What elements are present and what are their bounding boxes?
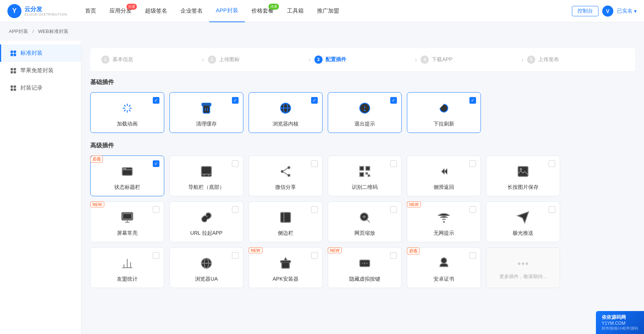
control-panel-button[interactable]: 控制台 xyxy=(572,6,599,16)
plugin-card-13[interactable]: 浏览器UA xyxy=(169,247,243,288)
plugin-card-15[interactable]: NEW隐藏虚拟按键 xyxy=(328,247,402,288)
nav-item-价格套餐[interactable]: 价格套餐优惠 xyxy=(245,0,280,22)
plugin-checkbox-13[interactable] xyxy=(232,252,239,259)
svg-rect-39 xyxy=(368,175,370,177)
svg-point-69 xyxy=(526,263,528,265)
plugin-checkbox-1[interactable] xyxy=(232,97,239,104)
avatar[interactable]: V xyxy=(602,6,613,17)
plugin-checkbox-0[interactable] xyxy=(153,160,159,167)
header-right: 控制台 V 已实名 ▾ xyxy=(572,6,637,17)
step-label-4: 上传发布 xyxy=(538,56,559,63)
plugin-checkbox-16[interactable] xyxy=(469,252,476,259)
breadcrumb-sep: / xyxy=(33,29,34,34)
plugin-checkbox-7[interactable] xyxy=(232,206,239,213)
step-2[interactable]: 3配置插件 xyxy=(314,56,411,64)
plugin-card-8[interactable]: 侧边栏 xyxy=(249,201,323,242)
plugin-checkbox-2[interactable] xyxy=(311,97,318,104)
logo-cn: 云分发 xyxy=(24,6,67,13)
svg-line-33 xyxy=(283,168,288,171)
plugin-card-6[interactable]: NEW屏幕常亮 xyxy=(90,201,164,242)
plugin-card-2[interactable]: 微信分享 xyxy=(249,156,323,196)
plugin-checkbox-11[interactable] xyxy=(549,206,555,213)
plugin-card-16[interactable]: 必选安卓证书 xyxy=(407,247,481,288)
plugin-checkbox-14[interactable] xyxy=(311,252,318,259)
plugin-name-4: 下拉刷新 xyxy=(434,121,454,127)
nav-item-首页[interactable]: 首页 xyxy=(78,0,103,22)
plugin-name-1: 清理缓存 xyxy=(196,121,217,127)
step-label-0: 基本信息 xyxy=(112,56,133,63)
plugin-name-13: 浏览器UA xyxy=(195,276,218,283)
plugin-card-4[interactable]: 下拉刷新 xyxy=(407,92,481,133)
plugin-card-4[interactable]: 侧滑返回 xyxy=(407,156,481,196)
nav-item-超级签名[interactable]: 超级签名 xyxy=(138,0,174,22)
sidebar-item-2[interactable]: 封装记录 xyxy=(0,79,81,97)
nav-item-工具箱[interactable]: 工具箱 xyxy=(280,0,310,22)
sidebar-item-1[interactable]: 苹果免签封装 xyxy=(0,62,81,79)
svg-rect-6 xyxy=(11,71,13,73)
plugin-card-0[interactable]: 加载动画 xyxy=(90,92,164,133)
svg-point-21 xyxy=(364,110,365,111)
plugin-card-5[interactable]: 长按图片保存 xyxy=(486,156,560,196)
plugin-checkbox-2[interactable] xyxy=(311,160,318,167)
svg-point-24 xyxy=(124,168,124,169)
plugin-checkbox-10[interactable] xyxy=(469,206,476,213)
plugin-name-15: 隐藏虚拟按键 xyxy=(349,276,380,283)
plugin-checkbox-12[interactable] xyxy=(153,252,159,259)
plugin-card-12[interactable]: 友盟统计 xyxy=(90,247,164,288)
step-0[interactable]: 1基本信息 xyxy=(101,56,198,64)
plugin-card-2[interactable]: 浏览器内核 xyxy=(249,92,323,133)
basic-plugins-section: 基础插件 加载动画清理缓存浏览器内核退出提示下拉刷新 xyxy=(90,79,635,133)
plugin-card-1[interactable]: 导航栏（底部） xyxy=(169,156,243,196)
plugin-checkbox-3[interactable] xyxy=(390,160,397,167)
nav-item-推广加盟[interactable]: 推广加盟 xyxy=(310,0,346,22)
plugin-card-10[interactable]: NEW无网提示 xyxy=(407,201,481,242)
step-label-1: 上传图标 xyxy=(219,56,240,63)
plugin-card-0[interactable]: 必选状态标题栏 xyxy=(90,156,164,196)
step-arrow-0: › xyxy=(202,56,204,64)
svg-rect-11 xyxy=(14,88,16,90)
plugin-checkbox-8[interactable] xyxy=(311,206,318,213)
plugin-card-7[interactable]: URL 拉起APP xyxy=(169,201,243,242)
plugin-checkbox-5[interactable] xyxy=(549,160,555,167)
nav-item-应用分发[interactable]: 应用分发分发 xyxy=(103,0,138,22)
nav-menu: 首页应用分发分发超级签名企业签名APP封装价格套餐优惠工具箱推广加盟 xyxy=(78,0,572,22)
step-3[interactable]: 4下载APP xyxy=(421,56,517,64)
plugin-checkbox-1[interactable] xyxy=(232,160,239,167)
step-1[interactable]: 2上传图标 xyxy=(208,56,305,64)
breadcrumb-parent[interactable]: APP封装 xyxy=(9,29,28,34)
step-4[interactable]: 5上传发布 xyxy=(527,56,624,64)
plugin-card-3[interactable]: 识别二维码 xyxy=(328,156,402,196)
plugin-card-14[interactable]: NEWAPK安装器 xyxy=(249,247,323,288)
step-label-2: 配置插件 xyxy=(326,56,346,63)
plugin-checkbox-6[interactable] xyxy=(153,206,159,213)
plugin-checkbox-0[interactable] xyxy=(153,97,159,104)
nav-item-APP封装[interactable]: APP封装 xyxy=(209,0,245,22)
plugin-card-1[interactable]: 清理缓存 xyxy=(169,92,243,133)
plugin-checkbox-3[interactable] xyxy=(390,97,397,104)
plugin-icon-12 xyxy=(118,254,136,272)
plugin-checkbox-4[interactable] xyxy=(469,160,476,167)
plugin-name-3: 退出提示 xyxy=(354,121,375,127)
plugin-name-5: 长按图片保存 xyxy=(508,184,539,191)
plugin-checkbox-15[interactable] xyxy=(390,252,397,259)
plugin-card-3[interactable]: 退出提示 xyxy=(328,92,402,133)
svg-line-49 xyxy=(367,220,370,223)
plugin-card-11[interactable]: 极光推送 xyxy=(486,201,560,242)
account-status[interactable]: 已实名 ▾ xyxy=(617,8,637,14)
svg-rect-9 xyxy=(14,86,16,87)
plugin-name-9: 网页缩放 xyxy=(354,230,375,237)
sidebar-item-0[interactable]: 标准封装 xyxy=(0,44,81,62)
nav-item-企业签名[interactable]: 企业签名 xyxy=(174,0,209,22)
step-arrow-1: › xyxy=(308,56,311,64)
plugin-card-9[interactable]: 网页缩放 xyxy=(328,201,402,242)
svg-rect-7 xyxy=(14,71,16,73)
plugin-name-0: 加载动画 xyxy=(117,121,138,127)
plugin-checkbox-9[interactable] xyxy=(390,206,397,213)
plugin-name-0: 状态标题栏 xyxy=(114,184,140,191)
svg-rect-35 xyxy=(360,167,364,171)
svg-marker-54 xyxy=(517,212,529,223)
svg-rect-2 xyxy=(11,54,13,56)
plugin-name-2: 微信分享 xyxy=(275,184,296,191)
plugin-checkbox-4[interactable] xyxy=(469,97,476,104)
sidebar-label-0: 标准封装 xyxy=(20,50,43,57)
